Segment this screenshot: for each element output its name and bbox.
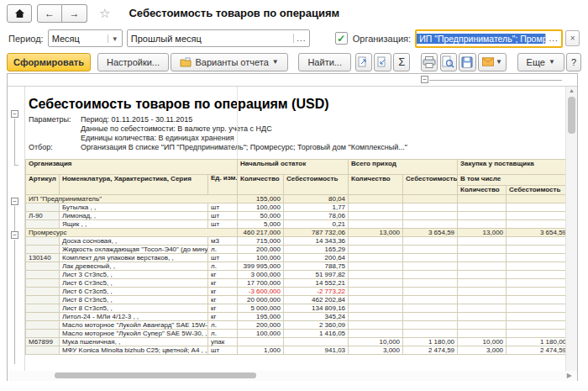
cell-unit[interactable]: л.: [208, 330, 238, 338]
cell-opening-cost[interactable]: 78,06: [284, 212, 349, 220]
cell-income-cost[interactable]: [403, 254, 458, 262]
column-collapse-button[interactable]: −: [421, 76, 428, 83]
cell-income-qty[interactable]: [349, 271, 403, 279]
cell-opening-qty[interactable]: 100,000: [238, 330, 284, 338]
cell-income-qty[interactable]: [349, 254, 403, 262]
cell-articul[interactable]: [26, 288, 60, 296]
header-purchase[interactable]: Закупка у поставщика: [458, 160, 565, 175]
cell-income-qty[interactable]: 13,000: [349, 229, 403, 237]
cell-income-qty[interactable]: [349, 262, 403, 271]
table-row[interactable]: Лак древесный, ,л.399 995,000788,75: [26, 262, 566, 271]
cell-nomenclature[interactable]: Ящик , ,: [60, 220, 208, 229]
cell-opening-qty[interactable]: 5 000,000: [238, 304, 284, 313]
cell-purchase-cost[interactable]: [507, 237, 565, 246]
table-group-row[interactable]: Промресурс460 217,000787 732,0613,0003 6…: [26, 229, 566, 237]
settings-button[interactable]: Настройки...: [97, 53, 169, 71]
cell-income-qty[interactable]: [349, 220, 403, 229]
cell-articul[interactable]: Л-90: [26, 212, 60, 220]
cell-purchase-cost[interactable]: [507, 195, 565, 203]
cell-opening-qty[interactable]: 200,000: [238, 321, 284, 330]
table-row[interactable]: Лист 8 Ст3пс5, ,кг20 000,000462 202,84: [26, 296, 566, 304]
header-purchase-cost[interactable]: Себестоимость: [507, 186, 565, 195]
cell-purchase-qty[interactable]: 3,000: [458, 346, 507, 355]
cell-opening-qty[interactable]: 200,000: [238, 246, 284, 254]
org-checkbox[interactable]: ✓: [335, 32, 348, 45]
cell-income-cost[interactable]: [403, 296, 458, 304]
cell-income-cost[interactable]: [403, 203, 458, 212]
cell-unit[interactable]: м3: [208, 237, 238, 246]
collapse-groups-button[interactable]: [374, 53, 391, 71]
favorite-star-icon[interactable]: ☆: [99, 6, 110, 21]
cell-income-qty[interactable]: [349, 321, 403, 330]
cell-purchase-cost[interactable]: [507, 212, 565, 220]
cell-purchase-qty[interactable]: [458, 212, 507, 220]
cell-purchase-cost[interactable]: [507, 262, 565, 271]
cell-purchase-cost[interactable]: [507, 288, 565, 296]
header-nomenclature[interactable]: Номенклатура, Характеристика, Серия: [60, 175, 208, 195]
period-value-field[interactable]: Прошлый месяц ...: [127, 29, 310, 47]
cell-opening-qty[interactable]: [238, 338, 284, 346]
cell-unit[interactable]: кг: [208, 279, 238, 288]
cell-opening-cost[interactable]: 80,04: [284, 195, 349, 203]
header-income-qty[interactable]: Количество: [349, 175, 403, 195]
cell-unit[interactable]: кг: [208, 313, 238, 321]
table-row[interactable]: Бутылка , ,шт100,0001,77: [26, 203, 566, 212]
cell-income-cost[interactable]: [403, 313, 458, 321]
cell-opening-cost[interactable]: 2 360,09: [284, 321, 349, 330]
cell-purchase-qty[interactable]: [458, 296, 507, 304]
cell-articul[interactable]: [26, 271, 60, 279]
cell-income-cost[interactable]: [403, 304, 458, 313]
cell-income-qty[interactable]: [349, 237, 403, 246]
cell-purchase-cost[interactable]: [507, 313, 565, 321]
cell-purchase-cost[interactable]: 2 474,59: [507, 346, 565, 355]
cell-income-qty[interactable]: [349, 212, 403, 220]
cell-purchase-cost[interactable]: [507, 220, 565, 229]
cell-purchase-qty[interactable]: [458, 195, 507, 203]
cell-income-qty[interactable]: [349, 330, 403, 338]
cell-unit[interactable]: л.: [208, 321, 238, 330]
cell-income-qty[interactable]: [349, 246, 403, 254]
cell-purchase-cost[interactable]: [507, 203, 565, 212]
table-row[interactable]: Масло моторное "Лукойл Супер" SAE 5W-30,…: [26, 330, 566, 338]
cell-purchase-qty[interactable]: [458, 237, 507, 246]
table-row[interactable]: Лист 3 Ст3пс5, ,кг3 000,00051 997,82: [26, 271, 566, 279]
cell-nomenclature[interactable]: Литол-24 - МЛи 4/12-3 , ,: [60, 313, 208, 321]
cell-purchase-cost[interactable]: [507, 246, 565, 254]
org-clear-button[interactable]: ×: [565, 30, 580, 46]
cell-articul[interactable]: [26, 220, 60, 229]
cell-nomenclature[interactable]: Лимонад, ,: [60, 212, 208, 220]
header-organization[interactable]: Организация: [26, 160, 238, 175]
expand-groups-button[interactable]: [355, 53, 372, 71]
cell-income-qty[interactable]: [349, 304, 403, 313]
table-row[interactable]: 130140Комплект для упаковки верстаков, ,…: [26, 254, 566, 262]
cell-opening-cost[interactable]: 787 732,06: [284, 229, 349, 237]
cell-income-qty[interactable]: [349, 195, 403, 203]
header-articul[interactable]: Артикул: [26, 175, 60, 195]
table-row[interactable]: Доска сосновая, ,м3715,00014 343,36: [26, 237, 566, 246]
table-row[interactable]: Литол-24 - МЛи 4/12-3 , ,кг195,000345,24: [26, 313, 566, 321]
forward-button[interactable]: →: [62, 4, 87, 23]
cell-opening-qty[interactable]: 1,000: [238, 346, 284, 355]
cell-purchase-qty[interactable]: [458, 321, 507, 330]
cell-opening-qty[interactable]: -3 600,000: [238, 288, 284, 296]
cell-articul[interactable]: [26, 203, 60, 212]
cell-unit[interactable]: шт: [208, 254, 238, 262]
table-row[interactable]: Лист 6 Ст3сп5, ,кг-3 600,000-2 773,22: [26, 288, 566, 296]
cell-income-cost[interactable]: 3 654,59: [403, 229, 458, 237]
cell-unit[interactable]: упак: [208, 338, 238, 346]
cell-opening-qty[interactable]: 715,000: [238, 237, 284, 246]
report-variants-button[interactable]: Варианты отчета ▼: [171, 53, 287, 71]
cell-articul[interactable]: [26, 237, 60, 246]
table-row[interactable]: Жидкость охлаждающая "Тосол-Э40" (до мин…: [26, 246, 566, 254]
org-ellipsis-button[interactable]: ...: [545, 34, 561, 43]
cell-unit[interactable]: л.: [208, 262, 238, 271]
header-including[interactable]: В том числе: [458, 175, 565, 186]
cell-nomenclature[interactable]: Мука пшеничная, ,: [60, 338, 208, 346]
cell-unit[interactable]: кг: [208, 296, 238, 304]
cell-purchase-cost[interactable]: [507, 296, 565, 304]
table-row[interactable]: Масло моторное "Лукойл Авангард" SAE 15W…: [26, 321, 566, 330]
cell-opening-qty[interactable]: 17 700,000: [238, 279, 284, 288]
header-purchase-qty[interactable]: Количество: [458, 186, 507, 195]
cell-purchase-qty[interactable]: [458, 246, 507, 254]
horizontal-scrollbar-thumb[interactable]: [55, 373, 256, 378]
